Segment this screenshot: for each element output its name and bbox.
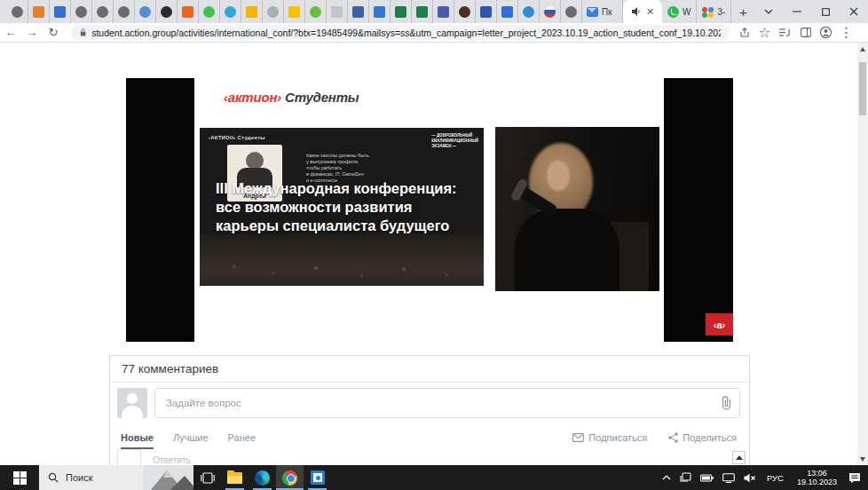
file-explorer-button[interactable] <box>221 465 249 490</box>
chrome-button[interactable] <box>276 465 304 490</box>
language-indicator[interactable]: РУС <box>761 465 790 490</box>
taskbar-clock[interactable]: 13:06 19.10.2023 <box>790 469 844 486</box>
notification-center-icon[interactable] <box>844 465 868 490</box>
page-scrollbar[interactable] <box>857 43 868 465</box>
scrollbar-down-icon[interactable] <box>857 453 868 465</box>
forward-icon[interactable]: → <box>21 24 43 42</box>
close-window-button[interactable] <box>840 0 868 23</box>
user-avatar <box>117 388 147 418</box>
pinned-tab[interactable] <box>7 0 28 23</box>
scrollbar-thumb[interactable] <box>859 62 866 115</box>
vk-favicon <box>374 6 385 18</box>
network-display-icon[interactable] <box>718 465 739 490</box>
reload-icon[interactable]: ↻ <box>43 24 64 42</box>
conference-banner-image: ‹АКТИОН› Студенты — ДОБРОВОЛЬНЫЙ КВАЛИФИ… <box>200 128 484 286</box>
whatsapp-favicon-icon <box>667 6 679 18</box>
globe-favicon <box>12 6 23 18</box>
pinned-tab[interactable] <box>284 0 305 23</box>
pinned-tab[interactable] <box>348 0 369 23</box>
pinned-tab[interactable] <box>369 0 391 23</box>
speaker-woman-photo <box>495 127 659 291</box>
browser-menu-kebab-icon[interactable]: ⋮ <box>837 24 856 42</box>
pinned-tab[interactable] <box>92 0 114 23</box>
tab-google[interactable]: 3- <box>697 0 731 23</box>
maximize-button[interactable] <box>811 0 840 23</box>
profile-avatar-icon[interactable] <box>817 24 835 42</box>
pinned-tab[interactable] <box>433 0 454 23</box>
subscribe-label: Подписаться <box>588 432 647 443</box>
pinned-tab[interactable] <box>241 0 263 23</box>
pinned-tab[interactable] <box>497 0 518 23</box>
pinned-tab[interactable] <box>220 0 241 23</box>
whatsapp-favicon <box>203 6 215 18</box>
subscribe-action[interactable]: Подписаться <box>572 432 647 443</box>
speaker-photo <box>246 152 264 170</box>
address-bar[interactable]: student.action.group/activities/internat… <box>71 25 730 40</box>
tab-whatsapp[interactable]: W <box>662 0 697 23</box>
pinned-tab[interactable] <box>28 0 50 23</box>
pinned-tab[interactable] <box>135 0 156 23</box>
taskbar-search-box[interactable]: Поиск <box>39 465 193 490</box>
browser-toolbar: ← → ↻ student.action.group/activities/in… <box>0 23 868 43</box>
tab-mail[interactable]: Пк <box>582 0 623 23</box>
pinned-tab[interactable] <box>454 0 476 23</box>
google-dots-favicon-icon <box>702 6 714 18</box>
pinned-tab[interactable] <box>178 0 199 23</box>
pinned-tab[interactable] <box>50 0 71 23</box>
pinned-tab[interactable] <box>71 0 92 23</box>
web-page: ‹актион› Студенты ‹АКТИОН› Студенты — ДО… <box>0 43 868 465</box>
orange-building-favicon <box>33 6 44 18</box>
envelope-icon <box>572 433 584 442</box>
reading-list-icon[interactable] <box>776 24 794 42</box>
tab-best[interactable]: Лучшие <box>173 432 209 443</box>
pinned-tab[interactable] <box>540 0 561 23</box>
tab-close-icon[interactable]: ✕ <box>646 7 654 17</box>
tab-audio-speaker-icon <box>631 6 642 17</box>
pinned-tab[interactable] <box>476 0 497 23</box>
volume-muted-icon[interactable] <box>739 465 761 490</box>
pinned-tab[interactable] <box>114 0 135 23</box>
task-view-button[interactable] <box>193 465 221 490</box>
pinned-tab[interactable] <box>412 0 433 23</box>
share-icon[interactable] <box>735 24 754 42</box>
pinned-tab[interactable] <box>327 0 348 23</box>
pinned-tab[interactable] <box>263 0 284 23</box>
blue-bird-favicon <box>139 6 151 18</box>
globe-favicon <box>75 6 87 18</box>
blue-window-favicon <box>501 6 513 18</box>
comment-input[interactable] <box>154 388 740 418</box>
tab-search-chevron-icon[interactable] <box>754 0 783 23</box>
pinned-tab[interactable] <box>305 0 327 23</box>
share-nodes-icon <box>668 432 678 443</box>
reply-link[interactable]: Ответить <box>153 455 191 465</box>
hidden-icons-chevron-icon[interactable] <box>658 465 675 490</box>
tab-active-conference[interactable]: ✕ <box>623 0 662 23</box>
attach-paperclip-icon[interactable] <box>720 396 732 410</box>
share-action[interactable]: Поделиться <box>668 432 737 443</box>
pinned-tabs <box>0 0 582 23</box>
windows-stack-icon[interactable] <box>675 465 696 490</box>
desktop-screen: Пк ✕ W 3- + <box>0 0 868 490</box>
pinned-tab[interactable] <box>156 0 178 23</box>
pinned-tab[interactable] <box>518 0 540 23</box>
pinned-tab[interactable] <box>199 0 220 23</box>
back-icon[interactable]: ← <box>0 24 21 42</box>
scrollbar-up-icon[interactable] <box>857 43 868 55</box>
task-view-icon <box>201 472 215 484</box>
pinned-tab[interactable] <box>391 0 412 23</box>
tab-earlier[interactable]: Ранее <box>228 432 256 443</box>
edge-button[interactable] <box>249 465 276 490</box>
start-button[interactable] <box>0 465 39 490</box>
photos-app-button[interactable] <box>304 465 331 490</box>
new-tab-button[interactable]: + <box>731 0 754 23</box>
pinned-tab[interactable] <box>561 0 582 23</box>
bookmark-star-icon[interactable]: ☆ <box>755 24 774 42</box>
side-panel-icon[interactable] <box>796 24 815 42</box>
minimize-button[interactable] <box>783 0 811 23</box>
yellow-bar-favicon <box>288 6 300 18</box>
comments-scroll-up-icon[interactable] <box>732 451 746 464</box>
tab-new[interactable]: Новые <box>121 432 154 443</box>
brown-circle-favicon <box>459 6 470 18</box>
battery-icon[interactable] <box>696 465 718 490</box>
globe-favicon <box>97 6 108 18</box>
